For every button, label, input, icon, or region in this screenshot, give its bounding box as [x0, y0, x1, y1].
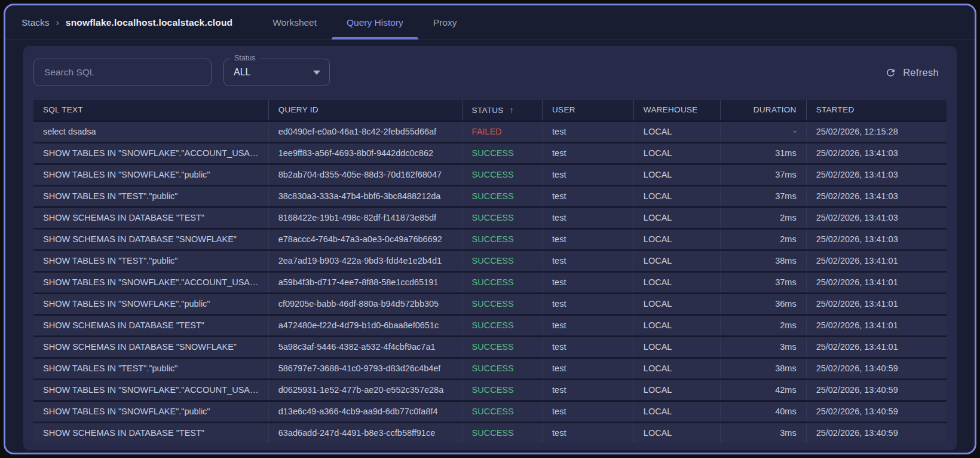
top-nav: Stacks › snowflake.localhost.localstack.…: [5, 5, 975, 40]
cell-status: SUCCESS: [462, 380, 542, 400]
table-row[interactable]: SHOW SCHEMAS IN DATABASE "SNOWFLAKE"5a98…: [33, 337, 947, 357]
cell-query-id: 586797e7-3688-41c0-9793-d83d26c4b4ef: [268, 359, 462, 378]
column-header-warehouse[interactable]: WAREHOUSE: [633, 100, 720, 120]
cell-sql-text: SHOW TABLES IN "SNOWFLAKE"."ACCOUNT_USAG…: [33, 143, 268, 163]
column-header-user[interactable]: USER: [542, 100, 633, 120]
tab-query-history[interactable]: Query History: [332, 5, 418, 39]
status-filter-select[interactable]: Status ALL: [223, 59, 330, 86]
cell-query-id: d13e6c49-a366-4cb9-aa9d-6db77c0fa8f4: [268, 402, 462, 422]
cell-user: test: [542, 165, 633, 185]
cell-user: test: [542, 359, 633, 378]
cell-started: 25/02/2026, 13:41:01: [806, 316, 947, 335]
cell-query-id: a472480e-f22d-4d79-b1d0-6baa8ef0651c: [268, 316, 462, 335]
app-window: Stacks › snowflake.localhost.localstack.…: [4, 4, 976, 454]
column-header-query-id[interactable]: QUERY ID: [268, 100, 462, 120]
toolbar: Status ALL Refresh: [33, 59, 947, 86]
cell-duration: -: [720, 122, 806, 142]
cell-user: test: [542, 316, 633, 335]
cell-query-id: 63ad6add-247d-4491-b8e3-ccfb58ff91ce: [268, 423, 462, 443]
cell-warehouse: LOCAL: [633, 122, 720, 142]
cell-duration: 3ms: [720, 423, 806, 443]
breadcrumb-stack-name: snowflake.localhost.localstack.cloud: [66, 17, 232, 28]
column-header-sql-text[interactable]: SQL TEXT: [33, 100, 268, 120]
cell-warehouse: LOCAL: [633, 337, 720, 357]
chevron-down-icon: [313, 71, 320, 75]
refresh-button-label: Refresh: [903, 67, 939, 78]
cell-user: test: [542, 380, 633, 400]
cell-status: SUCCESS: [462, 165, 542, 185]
sort-ascending-icon[interactable]: ↑: [510, 100, 514, 120]
table-row[interactable]: SHOW TABLES IN "SNOWFLAKE"."ACCOUNT_USAG…: [33, 273, 947, 292]
tab-proxy[interactable]: Proxy: [418, 5, 472, 39]
cell-user: test: [542, 230, 633, 249]
table-row[interactable]: SHOW TABLES IN "SNOWFLAKE"."ACCOUNT_USAG…: [33, 380, 947, 400]
cell-query-id: 8168422e-19b1-498c-82df-f141873e85df: [268, 208, 462, 228]
table-row[interactable]: SHOW TABLES IN "TEST"."public"2ea7ad19-b…: [33, 251, 947, 271]
cell-duration: 37ms: [720, 187, 806, 206]
table-row[interactable]: SHOW TABLES IN "TEST"."public"38c830a3-3…: [33, 187, 947, 206]
cell-sql-text: SHOW SCHEMAS IN DATABASE "SNOWFLAKE": [33, 230, 268, 249]
cell-sql-text: SHOW SCHEMAS IN DATABASE "TEST": [33, 423, 268, 443]
cell-user: test: [542, 187, 633, 206]
refresh-button[interactable]: Refresh: [885, 67, 939, 78]
cell-query-id: e78accc4-764b-47a3-a0e3-0c49a76b6692: [268, 230, 462, 249]
cell-query-id: d0625931-1e52-477b-ae20-e552c357e28a: [268, 380, 462, 400]
cell-sql-text: SHOW TABLES IN "TEST"."public": [33, 187, 268, 206]
table-row[interactable]: SHOW TABLES IN "SNOWFLAKE"."ACCOUNT_USAG…: [33, 143, 947, 163]
cell-query-id: 1ee9ff83-a56f-4693-8b0f-9442ddc0c862: [268, 143, 462, 163]
cell-warehouse: LOCAL: [633, 294, 720, 314]
cell-started: 25/02/2026, 13:41:03: [806, 187, 947, 206]
cell-started: 25/02/2026, 13:41:01: [806, 251, 947, 271]
table-row[interactable]: select dsadsaed0490ef-e0a0-46a1-8c42-2fe…: [33, 122, 947, 142]
table-row[interactable]: SHOW TABLES IN "SNOWFLAKE"."public"cf092…: [33, 294, 947, 314]
table-row[interactable]: SHOW SCHEMAS IN DATABASE "SNOWFLAKE"e78a…: [33, 230, 947, 249]
column-header-status[interactable]: STATUS↑: [462, 100, 542, 120]
table-row[interactable]: SHOW SCHEMAS IN DATABASE "TEST"8168422e-…: [33, 208, 947, 228]
cell-sql-text: SHOW SCHEMAS IN DATABASE "TEST": [33, 208, 268, 228]
table-row[interactable]: SHOW TABLES IN "SNOWFLAKE"."public"8b2ab…: [33, 165, 947, 185]
cell-started: 25/02/2026, 13:40:59: [806, 402, 947, 422]
tab-query-history-label: Query History: [347, 17, 403, 28]
cell-status: SUCCESS: [462, 143, 542, 163]
table-header-row: SQL TEXT QUERY ID STATUS↑ USER WAREHOUSE…: [33, 100, 947, 120]
cell-query-id: 8b2ab704-d355-405e-88d3-70d162f68047: [268, 165, 462, 185]
cell-sql-text: SHOW TABLES IN "SNOWFLAKE"."public": [33, 294, 268, 314]
column-header-duration[interactable]: DURATION: [720, 100, 806, 120]
column-header-status-label: STATUS: [472, 106, 504, 115]
cell-user: test: [542, 251, 633, 271]
cell-started: 25/02/2026, 13:40:59: [806, 423, 947, 443]
cell-status: SUCCESS: [462, 359, 542, 378]
cell-query-id: cf09205e-babb-46df-880a-b94d572bb305: [268, 294, 462, 314]
cell-duration: 31ms: [720, 143, 806, 163]
cell-duration: 42ms: [720, 380, 806, 400]
cell-warehouse: LOCAL: [633, 273, 720, 292]
cell-sql-text: select dsadsa: [33, 122, 268, 142]
cell-duration: 37ms: [720, 273, 806, 292]
cell-query-id: 2ea7ad19-b903-422a-9bd3-fdd4e1e2b4d1: [268, 251, 462, 271]
cell-user: test: [542, 122, 633, 142]
cell-sql-text: SHOW TABLES IN "SNOWFLAKE"."public": [33, 165, 268, 185]
tab-worksheet[interactable]: Worksheet: [258, 5, 332, 39]
active-tab-indicator: [332, 37, 418, 39]
cell-user: test: [542, 423, 633, 443]
cell-duration: 2ms: [720, 208, 806, 228]
cell-sql-text: SHOW SCHEMAS IN DATABASE "SNOWFLAKE": [33, 337, 268, 357]
cell-warehouse: LOCAL: [633, 230, 720, 249]
status-filter-label: Status: [231, 54, 259, 62]
table-row[interactable]: SHOW SCHEMAS IN DATABASE "TEST"63ad6add-…: [33, 423, 947, 443]
cell-status: SUCCESS: [462, 208, 542, 228]
breadcrumb: Stacks › snowflake.localhost.localstack.…: [22, 5, 232, 39]
cell-query-id: ed0490ef-e0a0-46a1-8c42-2febd55d66af: [268, 122, 462, 142]
table-row[interactable]: SHOW TABLES IN "TEST"."public"586797e7-3…: [33, 359, 947, 378]
breadcrumb-stacks[interactable]: Stacks: [22, 17, 50, 28]
cell-started: 25/02/2026, 13:41:01: [806, 337, 947, 357]
cell-sql-text: SHOW TABLES IN "TEST"."public": [33, 359, 268, 378]
table-row[interactable]: SHOW SCHEMAS IN DATABASE "TEST"a472480e-…: [33, 316, 947, 335]
table-row[interactable]: SHOW TABLES IN "SNOWFLAKE"."public"d13e6…: [33, 402, 947, 422]
search-input[interactable]: [33, 59, 212, 86]
tab-proxy-label: Proxy: [433, 17, 457, 28]
column-header-started[interactable]: STARTED: [806, 100, 947, 120]
cell-duration: 2ms: [720, 316, 806, 335]
cell-status: SUCCESS: [462, 251, 542, 271]
cell-warehouse: LOCAL: [633, 208, 720, 228]
